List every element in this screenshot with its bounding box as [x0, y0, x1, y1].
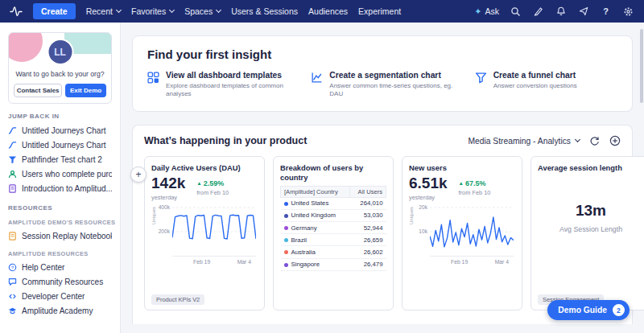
sidebar-item-cohort[interactable]: Users who complete purc...: [8, 166, 112, 181]
new-users-sparkline-chart: Uniques 20k 10k: [430, 207, 514, 257]
ask-button[interactable]: ✦ Ask: [474, 6, 499, 17]
demo-guide-badge: 2: [613, 304, 625, 316]
dau-change: ▲2.59%: [196, 179, 229, 187]
sidebar-item-journeys-chart-1[interactable]: Untitled Journeys Chart: [8, 123, 112, 138]
resources-header: RESOURCES: [8, 204, 112, 212]
amplitude-logo-icon[interactable]: [10, 5, 23, 18]
scrollbar[interactable]: [640, 29, 643, 103]
jump-back-in-header: JUMP BACK IN: [8, 113, 112, 120]
segmentation-chart-icon: [311, 72, 323, 87]
notifications-bell-icon[interactable]: [555, 6, 567, 18]
product-overview-panel: What’s happening in your product Media S…: [132, 125, 633, 324]
new-users-value: 6.51k: [409, 175, 448, 192]
pen-icon[interactable]: [532, 6, 544, 18]
dau-value: 142k: [151, 175, 185, 192]
nav-audiences[interactable]: Audiences: [308, 6, 348, 16]
sidebar: LL Want to go back to your org? Contact …: [0, 23, 121, 333]
avg-session-length-card[interactable]: Average session length 13m Avg Session L…: [530, 156, 644, 310]
avatar[interactable]: LL: [47, 39, 73, 65]
triangle-up-icon: ▲: [196, 180, 201, 186]
series-color-dot: [284, 263, 288, 267]
amplitude-resources-header: AMPLITUDE RESOURCES: [8, 250, 112, 257]
nav-favorites[interactable]: Favorites: [131, 6, 174, 16]
org-prompt-text: Want to go back to your org?: [9, 65, 111, 80]
product-section-title: What’s happening in your product: [144, 135, 307, 146]
sidebar-item-pathfinder-chart[interactable]: Pathfinder Test chart 2: [8, 152, 112, 166]
series-color-dot: [284, 238, 288, 242]
nav-recent[interactable]: Recent: [86, 6, 121, 16]
funnel-chart-icon: [475, 72, 487, 87]
nav-spaces[interactable]: Spaces: [184, 6, 221, 16]
org-card: LL Want to go back to your org? Contact …: [8, 32, 112, 104]
option-view-dashboard-templates[interactable]: View all dashboard templates Explore das…: [147, 71, 290, 98]
graduation-cap-icon: [8, 306, 17, 315]
help-circle-icon: ?: [8, 263, 17, 272]
dashboard-tag[interactable]: Product KPIs V2: [151, 294, 204, 305]
table-row[interactable]: United Kingdom 53,030: [281, 209, 386, 221]
sparkle-icon: ✦: [474, 6, 481, 17]
dau-card[interactable]: Daily Active Users (DAU) 142k yesterday …: [144, 156, 265, 310]
table-row[interactable]: Australia 26,602: [281, 246, 386, 258]
settings-gear-icon[interactable]: [622, 6, 634, 18]
table-row[interactable]: Singapore 26,479: [281, 258, 386, 270]
create-button[interactable]: Create: [33, 3, 76, 19]
sidebar-item-session-replay-notebook[interactable]: Session Replay Notebook: [8, 228, 112, 243]
table-row[interactable]: United States 264,010: [281, 197, 386, 209]
exit-demo-button[interactable]: Exit Demo: [65, 84, 106, 97]
chevron-down-icon: [216, 7, 221, 13]
cohort-users-icon: [8, 170, 17, 179]
journeys-chart-icon: [8, 141, 17, 150]
demo-resources-header: AMPLITUDE DEMO'S RESOURCES: [8, 219, 112, 226]
chevron-down-icon: [116, 7, 122, 13]
triangle-up-icon: ▲: [459, 180, 464, 186]
new-users-change: ▲67.5%: [459, 179, 491, 187]
add-chart-button[interactable]: +: [130, 166, 147, 183]
new-users-card[interactable]: New users 6.51k yesterday ▲67.5% from Fe…: [402, 156, 522, 310]
nav-users-sessions[interactable]: Users & Sessions: [231, 6, 298, 16]
add-circle-icon[interactable]: [609, 135, 621, 146]
dau-sparkline-chart: Uniques 400k 200k: [172, 207, 256, 257]
refresh-icon[interactable]: [589, 136, 600, 146]
nav-experiment[interactable]: Experiment: [358, 6, 401, 16]
series-color-dot: [284, 250, 288, 254]
sidebar-item-intro-notebook[interactable]: Introduction to Amplitud...: [8, 181, 112, 195]
session-length-value: 13m: [538, 202, 644, 220]
series-color-dot: [284, 202, 288, 206]
send-icon[interactable]: [577, 6, 589, 18]
top-navigation: Create Recent Favorites Spaces Users & S…: [0, 0, 644, 23]
find-first-insight-panel: Find your first insight View all dashboa…: [132, 35, 633, 112]
org-banner: LL: [9, 33, 111, 65]
notebook-icon: [8, 232, 17, 240]
series-color-dot: [284, 226, 288, 230]
country-breakdown-card[interactable]: Breakdown of users by country [Amplitude…: [273, 156, 394, 310]
insight-panel-title: Find your first insight: [147, 47, 617, 61]
sidebar-item-community-resources[interactable]: Community Resources: [8, 274, 112, 289]
table-row[interactable]: Germany 52,944: [281, 221, 386, 233]
contact-sales-button[interactable]: Contact Sales: [14, 84, 62, 97]
funnel-chart-icon: [8, 155, 17, 164]
country-table: [Amplitude] Country All Users United Sta…: [280, 186, 386, 271]
data-source-selector[interactable]: Media Streaming - Analytics: [468, 137, 580, 146]
svg-text:?: ?: [11, 265, 14, 269]
banner-pink-shape: [9, 33, 43, 62]
notebook-icon: [8, 184, 17, 193]
table-row[interactable]: Brazil 26,659: [281, 234, 386, 246]
option-create-funnel-chart[interactable]: Create a funnel chart Answer conversion …: [475, 71, 617, 98]
option-create-segmentation-chart[interactable]: Create a segmentation chart Answer commo…: [311, 71, 453, 98]
chat-bubble-icon: [8, 278, 17, 286]
main-content: Find your first insight View all dashboa…: [121, 23, 644, 333]
sidebar-item-developer-center[interactable]: Developer Center: [8, 289, 112, 303]
demo-guide-button[interactable]: Demo Guide 2: [547, 300, 630, 320]
sidebar-item-journeys-chart-2[interactable]: Untitled Journeys Chart: [8, 138, 112, 152]
sidebar-item-help-center[interactable]: ? Help Center: [8, 260, 112, 274]
chevron-down-icon: [575, 137, 580, 142]
dashboard-templates-icon: [147, 72, 159, 87]
help-icon[interactable]: ?: [600, 6, 612, 18]
chevron-down-icon: [169, 7, 175, 13]
search-icon[interactable]: [510, 6, 522, 18]
code-brackets-icon: [8, 292, 17, 301]
sidebar-item-amplitude-academy[interactable]: Amplitude Academy: [8, 303, 112, 318]
journeys-chart-icon: [8, 126, 17, 135]
series-color-dot: [284, 214, 288, 218]
